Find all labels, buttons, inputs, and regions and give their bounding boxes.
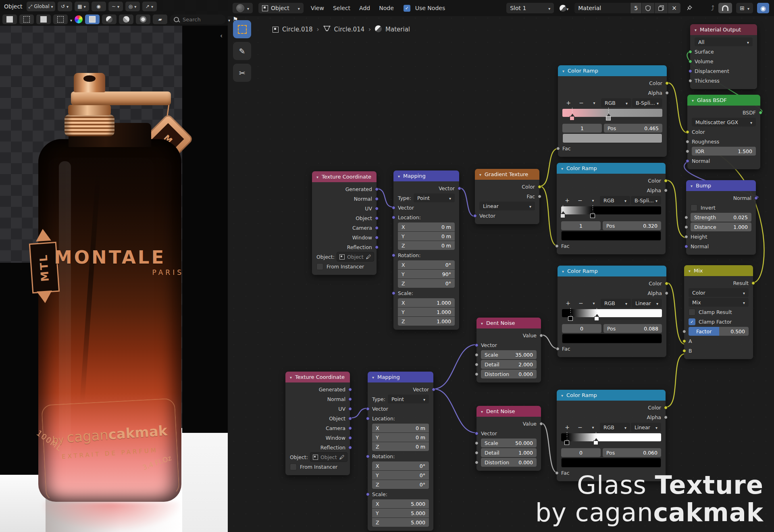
socket-distance[interactable]: [685, 225, 688, 229]
detail-field[interactable]: Detail1.000: [481, 448, 537, 457]
material-name-field[interactable]: Material: [574, 3, 630, 13]
stop-position-field[interactable]: Pos0.320: [603, 221, 661, 230]
node-dent-noise-2[interactable]: Dent Noise Value Vector Scale50.000 Deta…: [476, 406, 541, 471]
socket-displacement[interactable]: [689, 69, 692, 73]
remove-stop-button[interactable]: −: [574, 196, 586, 205]
node-material-output[interactable]: Material Output All Surface Volume Displ…: [690, 24, 757, 89]
socket-window[interactable]: [375, 236, 379, 239]
unlink-material-button[interactable]: ×: [668, 3, 680, 13]
ramp-options-dropdown[interactable]: [587, 196, 599, 205]
brush-button[interactable]: ▰: [153, 15, 167, 24]
fake-user-button[interactable]: [642, 3, 654, 13]
distance-field[interactable]: Distance1.000: [691, 222, 751, 231]
collapse-icon[interactable]: [372, 374, 374, 380]
socket-value-out[interactable]: [539, 422, 543, 426]
ramp-stop-1[interactable]: [605, 112, 612, 121]
node-texture-coordinate-1[interactable]: Texture Coordinate Generated Normal UV O…: [312, 171, 377, 275]
shading-material-button[interactable]: [119, 15, 133, 24]
visibility-dropdown[interactable]: ◎: [125, 2, 140, 11]
socket-vector-in[interactable]: [475, 432, 479, 435]
editor-type-dropdown[interactable]: [233, 3, 253, 13]
socket-thickness[interactable]: [689, 79, 692, 83]
collapse-icon[interactable]: [689, 268, 691, 274]
overlays-toggle[interactable]: ◉: [757, 3, 769, 13]
collapse-icon[interactable]: [562, 268, 564, 274]
socket-fac-in[interactable]: [555, 244, 559, 248]
socket-a-in[interactable]: [682, 339, 686, 343]
color-mode-dropdown[interactable]: RGB: [601, 299, 631, 308]
add-stop-button[interactable]: +: [561, 196, 573, 205]
color-ramp-gradient[interactable]: [562, 109, 662, 117]
gizmo-dropdown[interactable]: ↗: [142, 2, 157, 11]
socket-scale[interactable]: [366, 493, 370, 496]
snap-target-dropdown[interactable]: ↺: [58, 2, 72, 11]
location-y-field[interactable]: Y0 m: [372, 433, 429, 442]
node-mapping-1[interactable]: Mapping Vector Type:Point Vector Locatio…: [393, 170, 459, 330]
object-selector[interactable]: Object🖊: [337, 252, 374, 262]
socket-color-in[interactable]: [686, 130, 689, 134]
node-header[interactable]: Color Ramp: [558, 266, 666, 276]
scale-x-field[interactable]: X1.000: [398, 298, 455, 307]
transform-orientation-dropdown[interactable]: ⤢Global: [27, 2, 55, 11]
rotation-x-field[interactable]: X0°: [398, 260, 455, 269]
falloff-dropdown[interactable]: ∼: [108, 2, 123, 11]
snapping-options-dropdown[interactable]: ⊞: [736, 3, 753, 13]
socket-alpha-out[interactable]: [665, 91, 669, 95]
ramp-stop-0[interactable]: [560, 210, 566, 219]
socket-vector-in[interactable]: [392, 206, 395, 210]
snapping-dropdown[interactable]: ▦: [75, 2, 89, 11]
socket-surface[interactable]: [689, 50, 692, 54]
from-instancer-checkbox[interactable]: [290, 463, 297, 470]
socket-color-out[interactable]: [665, 282, 668, 285]
socket-roughness-in[interactable]: [686, 140, 689, 143]
from-instancer-checkbox[interactable]: [316, 263, 323, 270]
stop-position-field[interactable]: Pos0.088: [603, 324, 662, 333]
node-header[interactable]: Gradient Texture: [475, 169, 539, 180]
socket-factor-in[interactable]: [682, 330, 686, 333]
socket-vector-out[interactable]: [458, 187, 461, 190]
invert-checkbox[interactable]: [691, 204, 697, 211]
collapse-icon[interactable]: [481, 408, 483, 414]
stop-index-field[interactable]: 0: [561, 448, 601, 457]
node-color-ramp-4[interactable]: Color Ramp Color Alpha + − RGB Linear 0 …: [557, 390, 666, 481]
add-stop-button[interactable]: +: [562, 299, 574, 308]
socket-scale[interactable]: [392, 291, 395, 295]
scale-field[interactable]: Scale35.000: [481, 350, 537, 359]
rotation-z-field[interactable]: Z0°: [398, 279, 455, 288]
socket-alpha-out[interactable]: [664, 189, 668, 192]
socket-detail[interactable]: [475, 363, 479, 366]
socket-alpha-out[interactable]: [665, 291, 668, 295]
socket-color-out[interactable]: [664, 179, 668, 183]
ramp-stop-0[interactable]: [564, 437, 570, 446]
node-header[interactable]: Dent Noise: [476, 406, 541, 417]
blend-mode-dropdown[interactable]: Mix: [689, 298, 749, 307]
socket-value-out[interactable]: [539, 334, 543, 337]
collapse-icon[interactable]: [561, 392, 563, 398]
clamp-result-checkbox[interactable]: [689, 309, 695, 316]
socket-reflection[interactable]: [348, 446, 352, 449]
node-header[interactable]: Dent Noise: [476, 318, 541, 328]
socket-uv[interactable]: [348, 407, 352, 411]
socket-normal[interactable]: [375, 197, 379, 201]
target-dropdown[interactable]: All: [695, 37, 753, 46]
node-glass-bsdf[interactable]: Glass BSDF BSDF Multiscatter GGX Color R…: [687, 95, 760, 169]
socket-vector-in[interactable]: [475, 343, 479, 347]
socket-volume[interactable]: [689, 60, 692, 63]
ramp-stop-1[interactable]: [590, 210, 596, 219]
tool-select-box[interactable]: [233, 20, 251, 38]
node-color-ramp-1[interactable]: Color Ramp Color Alpha + − RGB B-Spli...…: [558, 65, 667, 157]
ramp-options-dropdown[interactable]: [587, 423, 599, 432]
collapse-icon[interactable]: [691, 183, 693, 189]
proportional-editing-toggle[interactable]: ◉: [92, 2, 106, 11]
distortion-field[interactable]: Distortion0.000: [481, 370, 537, 378]
socket-vector-in[interactable]: [366, 407, 370, 411]
select-mode-lasso[interactable]: [53, 15, 68, 24]
socket-normal-in[interactable]: [685, 245, 688, 248]
node-color-ramp-2[interactable]: Color Ramp Color Alpha + − RGB B-Spli...…: [557, 163, 666, 254]
node-mapping-2[interactable]: Mapping Vector Type:Point Vector Locatio…: [368, 372, 433, 531]
distortion-field[interactable]: Distortion0.000: [481, 458, 537, 467]
stop-color-swatch[interactable]: [562, 334, 662, 343]
remove-stop-button[interactable]: −: [575, 98, 587, 107]
select-mode-tweak[interactable]: [2, 15, 17, 24]
rotation-y-field[interactable]: Y0°: [372, 471, 429, 480]
